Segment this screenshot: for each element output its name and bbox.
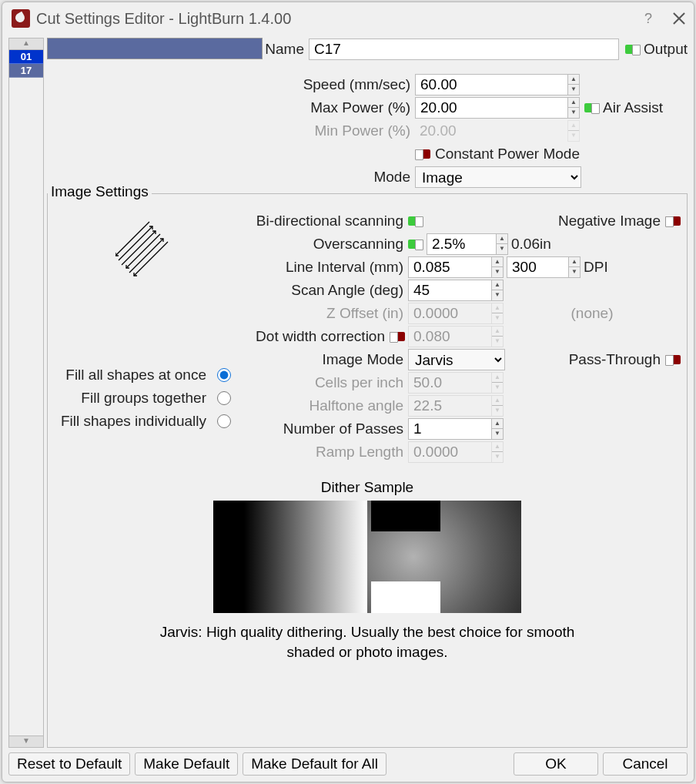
fill-groups-label: Fill groups together: [81, 390, 211, 407]
zoffset-label: Z Offset (in): [239, 305, 408, 322]
dither-caption: Jarvis: High quality dithering. Usually …: [54, 622, 681, 662]
titlebar: Cut Settings Editor - LightBurn 1.4.00 ?: [2, 2, 694, 35]
layer-item[interactable]: 01: [9, 50, 43, 64]
ok-button[interactable]: OK: [514, 752, 598, 776]
close-icon[interactable]: [674, 13, 684, 24]
ramp-spinbox: ▲▼: [408, 441, 504, 463]
passthrough-toggle[interactable]: [665, 355, 681, 364]
passes-label: Number of Passes: [239, 420, 408, 437]
maxpower-label: Max Power (%): [47, 99, 415, 116]
negimg-toggle[interactable]: [665, 216, 681, 226]
bidir-toggle[interactable]: [408, 216, 423, 226]
window: Cut Settings Editor - LightBurn 1.4.00 ?…: [2, 2, 694, 782]
layer-item[interactable]: 17: [9, 64, 43, 78]
overscan-label: Overscanning: [239, 236, 408, 253]
fill-groups-radio[interactable]: [217, 391, 231, 405]
fill-all-label: Fill all shapes at once: [65, 367, 211, 384]
scan-angle-icon: [115, 217, 177, 279]
ramp-label: Ramp Length: [239, 444, 408, 461]
imgmode-label: Image Mode: [239, 351, 408, 368]
dotwidth-toggle[interactable]: [390, 332, 405, 341]
speed-spinbox[interactable]: ▲▼: [415, 74, 580, 95]
lineint-label: Line Interval (mm): [239, 259, 408, 276]
halftone-label: Halftone angle: [239, 397, 408, 414]
maxpower-spinbox[interactable]: ▲▼: [415, 97, 580, 119]
make-default-button[interactable]: Make Default: [135, 752, 238, 776]
spin-up-icon: ▲: [568, 75, 579, 85]
window-title: Cut Settings Editor - LightBurn 1.4.00: [36, 10, 644, 28]
fill-indiv-label: Fill shapes individually: [61, 413, 211, 430]
fill-all-radio[interactable]: [217, 368, 231, 382]
dpi-label: DPI: [584, 259, 608, 276]
scanangle-spinbox[interactable]: ▲▼: [408, 280, 504, 301]
dither-sample-image: [213, 501, 521, 613]
airassist-label: Air Assist: [603, 99, 663, 116]
negimg-label: Negative Image: [558, 213, 665, 230]
cancel-button[interactable]: Cancel: [603, 752, 688, 776]
output-toggle[interactable]: [625, 45, 641, 54]
overscan-dist: 0.06in: [511, 236, 551, 253]
group-legend: Image Settings: [48, 183, 152, 200]
zoffset-none: (none): [504, 305, 681, 322]
reset-default-button[interactable]: Reset to Default: [8, 752, 130, 776]
image-settings-group: Image Settings: [47, 193, 688, 748]
passes-spinbox[interactable]: ▲▼: [408, 418, 504, 440]
speed-label: Speed (mm/sec): [47, 76, 415, 93]
layer-list: ▲ 0117 ▼: [8, 38, 44, 748]
constantpower-toggle[interactable]: [415, 149, 430, 159]
dither-title: Dither Sample: [54, 479, 681, 496]
fill-indiv-radio[interactable]: [217, 414, 231, 428]
lineint-spinbox[interactable]: ▲▼: [408, 256, 504, 278]
output-label: Output: [644, 41, 688, 58]
cellsperinch-spinbox: ▲▼: [408, 372, 504, 394]
layer-color-bar[interactable]: [47, 38, 263, 59]
help-icon[interactable]: ?: [644, 11, 652, 27]
spin-down-icon: ▼: [568, 85, 579, 95]
cellsperinch-label: Cells per inch: [239, 374, 408, 391]
minpower-spinbox: ▲▼: [415, 120, 580, 142]
constantpower-label: Constant Power Mode: [435, 146, 580, 162]
zoffset-spinbox: ▲▼: [408, 303, 504, 324]
name-label: Name: [263, 41, 309, 58]
dotwidth-spinbox: ▲▼: [408, 326, 504, 347]
mode-dropdown[interactable]: Image: [415, 166, 581, 188]
imgmode-dropdown[interactable]: Jarvis: [408, 349, 505, 370]
dotwidth-label: Dot width correction: [239, 328, 390, 345]
scroll-up-icon[interactable]: ▲: [8, 38, 44, 50]
overscan-toggle[interactable]: [408, 240, 423, 249]
scroll-down-icon[interactable]: ▼: [8, 735, 44, 748]
bidir-label: Bi-directional scanning: [239, 213, 408, 230]
passthrough-label: Pass-Through: [569, 351, 665, 368]
overscan-spinbox[interactable]: ▲▼: [427, 233, 508, 255]
dpi-spinbox[interactable]: ▲▼: [507, 256, 581, 278]
name-input[interactable]: [309, 39, 619, 60]
minpower-label: Min Power (%): [47, 122, 415, 139]
airassist-toggle[interactable]: [584, 103, 600, 112]
app-icon: [12, 9, 30, 28]
make-default-all-button[interactable]: Make Default for All: [243, 752, 386, 776]
halftone-spinbox: ▲▼: [408, 395, 504, 417]
footer: Reset to Default Make Default Make Defau…: [2, 749, 694, 782]
scanangle-label: Scan Angle (deg): [239, 282, 408, 299]
